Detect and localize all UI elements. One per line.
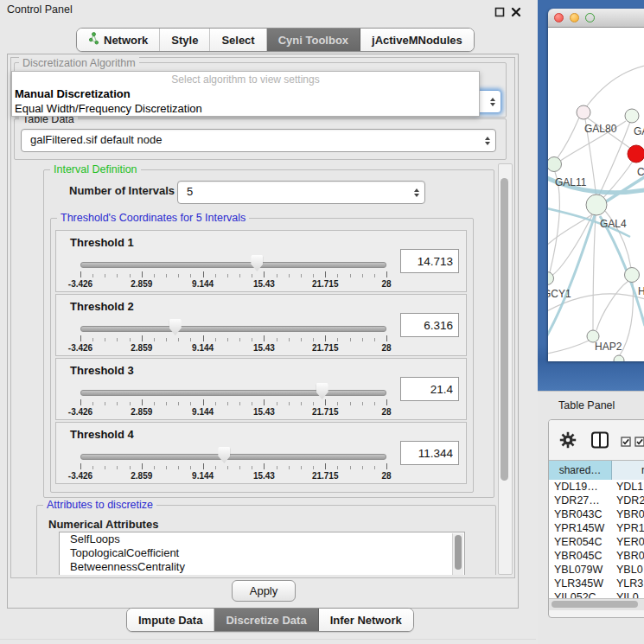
slider-tick xyxy=(277,466,277,469)
attributes-scrollbar[interactable] xyxy=(452,533,463,575)
threshold-2-slider[interactable]: -3.4262.8599.14415.4321.71528 xyxy=(80,319,386,354)
cell-name[interactable]: YDL1 xyxy=(612,480,644,494)
slider-tick xyxy=(227,466,228,469)
cell-name[interactable]: YBR0 xyxy=(612,549,644,563)
apply-button[interactable]: Apply xyxy=(232,580,296,602)
slider-tick xyxy=(264,271,265,277)
tab-select[interactable]: Select xyxy=(210,29,266,51)
scrollbar-thumb[interactable] xyxy=(501,178,508,481)
tab-network-label: Network xyxy=(104,34,148,47)
cell-shared-name[interactable]: YPR145W xyxy=(549,521,612,535)
network-node-gal11[interactable] xyxy=(548,157,562,172)
gear-icon[interactable] xyxy=(559,431,577,452)
table-row[interactable]: YDL19…YDL1 xyxy=(549,480,644,494)
numerical-attributes-list[interactable]: SelfLoopsTopologicalCoefficientBetweenne… xyxy=(59,532,465,575)
tab-discretize-data[interactable]: Discretize Data xyxy=(214,609,318,631)
table-data-combobox[interactable]: galFiltered.sif default node xyxy=(21,129,496,152)
network-node-h[interactable] xyxy=(625,268,640,283)
slider-tick xyxy=(105,466,105,469)
network-node[interactable] xyxy=(614,355,624,361)
mac-minimize-button[interactable] xyxy=(570,13,579,22)
slider-tick xyxy=(301,338,302,341)
dropdown-option-manual-discretization[interactable]: Manual Discretization xyxy=(12,87,479,102)
tab-impute-data[interactable]: Impute Data xyxy=(127,609,214,631)
slider-track[interactable] xyxy=(80,262,386,268)
tab-infer-network[interactable]: Infer Network xyxy=(319,609,413,631)
threshold-1-value-field[interactable] xyxy=(400,249,459,273)
cell-name[interactable]: YER0 xyxy=(612,535,644,549)
checkbox-checked-icon[interactable] xyxy=(634,435,644,450)
scrollbar-thumb[interactable] xyxy=(552,601,638,608)
slider-ticks xyxy=(80,399,386,406)
network-node-c[interactable] xyxy=(628,145,644,163)
slider-tick xyxy=(325,399,326,405)
mac-close-button[interactable] xyxy=(554,13,564,22)
slider-thumb[interactable] xyxy=(218,447,230,463)
cell-shared-name[interactable]: YER054C xyxy=(549,535,612,549)
attribute-list-item[interactable]: SelfLoops xyxy=(60,532,464,546)
threshold-4-value-field[interactable] xyxy=(400,441,459,465)
slider-tick xyxy=(227,338,228,341)
column-layout-icon[interactable] xyxy=(590,430,609,453)
scrollbar-thumb[interactable] xyxy=(455,535,462,570)
table-row[interactable]: YBR043CYBR0 xyxy=(549,507,644,521)
dropdown-option-equal-width-frequency[interactable]: Equal Width/Frequency Discretization xyxy=(12,102,479,117)
cell-name[interactable]: YBL0 xyxy=(612,563,644,577)
cell-name[interactable]: YBR0 xyxy=(612,507,644,521)
slider-thumb[interactable] xyxy=(169,319,182,335)
tab-style-label: Style xyxy=(171,34,198,47)
cell-name[interactable]: YIL0 xyxy=(612,590,644,598)
network-node-gcy1[interactable] xyxy=(548,272,554,285)
tab-style[interactable]: Style xyxy=(160,29,210,51)
tab-network[interactable]: Network xyxy=(77,29,160,51)
table-row[interactable]: YDR27…YDR2 xyxy=(549,494,644,507)
table-row[interactable]: YPR145WYPR1 xyxy=(549,521,644,535)
cell-shared-name[interactable]: YBR043C xyxy=(549,507,612,521)
threshold-3-slider[interactable]: -3.4262.8599.14415.4321.71528 xyxy=(80,383,386,418)
cell-shared-name[interactable]: YLR345W xyxy=(549,577,612,590)
slider-thumb[interactable] xyxy=(316,383,328,399)
cell-shared-name[interactable]: YDR27… xyxy=(549,494,612,507)
cell-name[interactable]: YLR3 xyxy=(612,577,644,590)
slider-tick xyxy=(325,463,326,469)
slider-thumb[interactable] xyxy=(251,255,263,271)
cell-shared-name[interactable]: YBR045C xyxy=(549,549,612,563)
number-of-intervals-combobox[interactable]: 5 xyxy=(177,181,425,204)
cell-name[interactable]: YPR1 xyxy=(612,521,644,535)
slider-track[interactable] xyxy=(80,390,386,396)
network-node-ga[interactable] xyxy=(625,109,639,123)
network-node-gal4[interactable] xyxy=(586,194,607,215)
threshold-1-slider[interactable]: -3.4262.8599.14415.4321.71528 xyxy=(80,255,386,290)
close-icon[interactable] xyxy=(511,5,521,16)
network-node-label: H xyxy=(638,285,644,297)
attribute-list-item[interactable]: BetweennessCentrality xyxy=(60,560,464,574)
tab-jactivemnodules[interactable]: jActiveMNodules xyxy=(360,29,474,51)
slider-tick xyxy=(239,338,240,341)
checkbox-checked-icon[interactable] xyxy=(621,435,631,450)
slider-track[interactable] xyxy=(80,454,386,460)
table-row[interactable]: YIL052CYIL0 xyxy=(549,590,644,598)
table-horizontal-scrollbar[interactable] xyxy=(549,598,644,610)
attribute-list-item[interactable]: TopologicalCoefficient xyxy=(60,546,464,560)
network-canvas[interactable]: GAL80GACGAL11GAL4GCY1HHAP2 xyxy=(548,28,644,361)
threshold-2-value-field[interactable] xyxy=(400,313,459,337)
column-header-shared-name[interactable]: shared… xyxy=(549,461,612,480)
network-node-gal80[interactable] xyxy=(577,105,590,119)
mac-zoom-button[interactable] xyxy=(585,13,595,22)
slider-track[interactable] xyxy=(80,326,386,332)
float-window-icon[interactable] xyxy=(494,5,505,16)
cell-name[interactable]: YDR2 xyxy=(612,494,644,507)
table-row[interactable]: YBR045CYBR0 xyxy=(549,549,644,563)
table-row[interactable]: YER054CYER0 xyxy=(549,535,644,549)
settings-scrollbar[interactable] xyxy=(498,163,513,575)
cell-shared-name[interactable]: YBL079W xyxy=(549,563,612,577)
table-row[interactable]: YBL079WYBL0 xyxy=(549,563,644,577)
threshold-3-value-field[interactable] xyxy=(400,377,459,401)
threshold-4-slider[interactable]: -3.4262.8599.14415.4321.71528 xyxy=(80,447,386,481)
table-row[interactable]: YLR345WYLR3 xyxy=(549,577,644,590)
cell-shared-name[interactable]: YIL052C xyxy=(549,590,612,598)
tab-cyni-toolbox[interactable]: Cyni Toolbox xyxy=(267,29,360,51)
slider-tick xyxy=(239,274,240,277)
column-header-name[interactable]: na xyxy=(612,461,644,480)
cell-shared-name[interactable]: YDL19… xyxy=(549,480,612,494)
